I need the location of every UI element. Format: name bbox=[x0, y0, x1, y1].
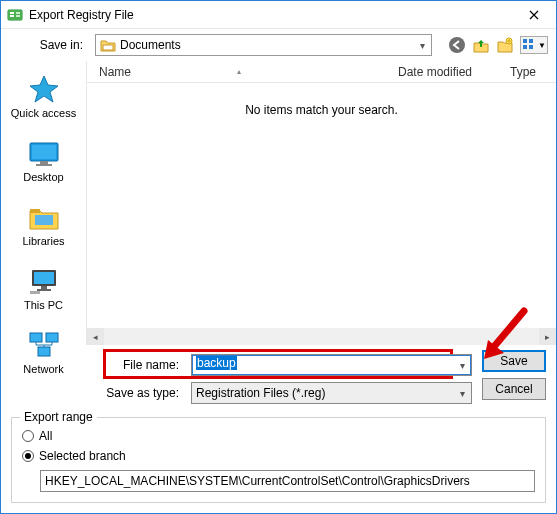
column-name[interactable]: Name▴ bbox=[87, 65, 386, 79]
svg-rect-23 bbox=[30, 291, 40, 294]
svg-rect-22 bbox=[37, 289, 51, 291]
svg-rect-18 bbox=[35, 215, 53, 225]
place-this-pc[interactable]: This PC bbox=[8, 261, 80, 315]
save-in-value: Documents bbox=[120, 38, 181, 52]
place-label: Libraries bbox=[22, 235, 64, 247]
column-type[interactable]: Type bbox=[498, 65, 556, 79]
radio-selected-label: Selected branch bbox=[39, 449, 126, 463]
save-as-type-dropdown[interactable]: Registration Files (*.reg) ▾ bbox=[191, 382, 472, 404]
close-icon bbox=[529, 10, 539, 20]
export-range-group: Export range All Selected branch HKEY_LO… bbox=[11, 417, 546, 503]
svg-rect-4 bbox=[16, 12, 20, 14]
back-button[interactable] bbox=[448, 36, 466, 54]
new-folder-button[interactable] bbox=[496, 36, 514, 54]
svg-rect-20 bbox=[34, 272, 54, 284]
chevron-down-icon: ▼ bbox=[538, 41, 546, 50]
view-menu-button[interactable]: ▼ bbox=[520, 36, 548, 54]
column-headers: Name▴ Date modified Type bbox=[87, 61, 556, 83]
svg-rect-24 bbox=[30, 333, 42, 342]
svg-rect-9 bbox=[523, 39, 527, 43]
save-as-type-label: Save as type: bbox=[1, 386, 185, 400]
place-desktop[interactable]: Desktop bbox=[8, 133, 80, 187]
place-label: Quick access bbox=[11, 107, 76, 119]
scroll-right-button[interactable]: ▸ bbox=[539, 328, 556, 345]
svg-rect-11 bbox=[523, 45, 527, 49]
svg-rect-14 bbox=[32, 145, 56, 159]
toolbar-buttons: ▼ bbox=[448, 36, 548, 54]
svg-rect-6 bbox=[103, 45, 113, 50]
svg-rect-12 bbox=[529, 45, 533, 49]
place-libraries[interactable]: Libraries bbox=[8, 197, 80, 251]
horizontal-scrollbar[interactable]: ◂ ▸ bbox=[87, 328, 556, 345]
svg-rect-21 bbox=[41, 286, 47, 289]
filename-combo[interactable]: backup ▾ bbox=[191, 354, 472, 376]
form-section: File name: backup ▾ Save as type: Regist… bbox=[1, 345, 556, 413]
up-one-level-icon bbox=[472, 36, 490, 54]
save-in-toolbar: Save in: Documents ▾ ▼ bbox=[1, 29, 556, 61]
radio-icon bbox=[22, 430, 34, 442]
chevron-down-icon: ▾ bbox=[460, 360, 465, 371]
branch-path-input[interactable]: HKEY_LOCAL_MACHINE\SYSTEM\CurrentControl… bbox=[40, 470, 535, 492]
radio-all-label: All bbox=[39, 429, 52, 443]
radio-selected-branch[interactable]: Selected branch bbox=[22, 446, 535, 466]
titlebar: Export Registry File bbox=[1, 1, 556, 29]
window-title: Export Registry File bbox=[29, 8, 512, 22]
scroll-left-button[interactable]: ◂ bbox=[87, 328, 104, 345]
save-in-dropdown[interactable]: Documents ▾ bbox=[95, 34, 432, 56]
folder-icon bbox=[100, 37, 116, 53]
export-dialog: Export Registry File Save in: Documents … bbox=[0, 0, 557, 514]
filename-label: File name: bbox=[1, 358, 185, 372]
sort-asc-icon: ▴ bbox=[237, 67, 241, 76]
places-bar: Quick access Desktop Libraries This PC N… bbox=[1, 61, 87, 345]
svg-rect-5 bbox=[16, 15, 20, 17]
empty-message: No items match your search. bbox=[87, 83, 556, 328]
back-icon bbox=[448, 36, 466, 54]
place-label: This PC bbox=[24, 299, 63, 311]
new-folder-icon bbox=[496, 36, 514, 54]
save-button[interactable]: Save bbox=[482, 350, 546, 372]
place-quick-access[interactable]: Quick access bbox=[8, 69, 80, 123]
svg-rect-3 bbox=[10, 15, 14, 17]
save-as-type-value: Registration Files (*.reg) bbox=[196, 386, 325, 400]
svg-rect-16 bbox=[36, 164, 52, 166]
chevron-down-icon: ▾ bbox=[420, 40, 425, 51]
radio-all[interactable]: All bbox=[22, 426, 535, 446]
regedit-icon bbox=[7, 7, 23, 23]
svg-rect-2 bbox=[10, 12, 14, 14]
chevron-down-icon: ▾ bbox=[460, 388, 465, 399]
save-in-label: Save in: bbox=[9, 38, 89, 52]
svg-point-7 bbox=[449, 37, 465, 53]
svg-rect-17 bbox=[30, 209, 40, 213]
svg-rect-25 bbox=[46, 333, 58, 342]
radio-checked-icon bbox=[22, 450, 34, 462]
filename-input[interactable]: backup bbox=[192, 355, 471, 375]
export-range-legend: Export range bbox=[20, 410, 97, 424]
view-grid-icon bbox=[522, 38, 536, 52]
browser-pane: Quick access Desktop Libraries This PC N… bbox=[1, 61, 556, 345]
svg-rect-10 bbox=[529, 39, 533, 43]
file-list-area: Name▴ Date modified Type No items match … bbox=[87, 61, 556, 345]
column-date[interactable]: Date modified bbox=[386, 65, 498, 79]
up-button[interactable] bbox=[472, 36, 490, 54]
cancel-button[interactable]: Cancel bbox=[482, 378, 546, 400]
close-button[interactable] bbox=[512, 1, 556, 28]
svg-rect-15 bbox=[40, 161, 48, 164]
place-label: Desktop bbox=[23, 171, 63, 183]
